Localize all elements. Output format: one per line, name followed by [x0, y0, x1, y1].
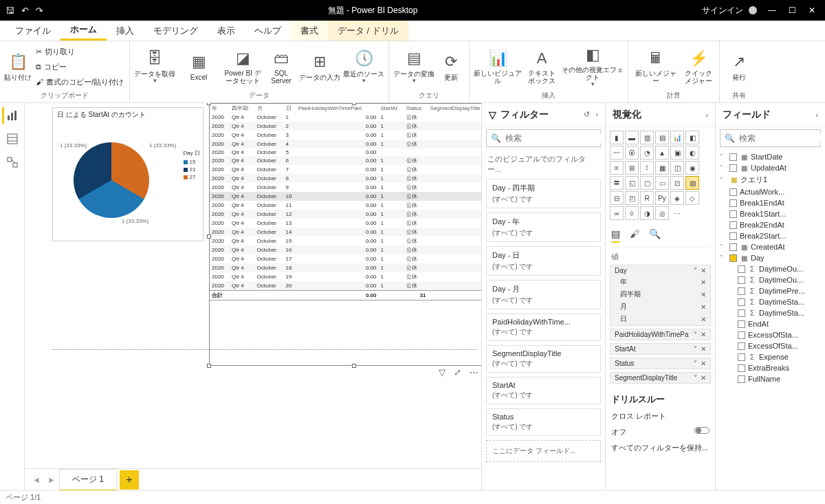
format-painter-button[interactable]: 🖌書式のコピー/貼り付け: [34, 75, 125, 89]
pbi-dataset-button[interactable]: ◪Power BI データセット: [222, 43, 263, 91]
field-checkbox[interactable]: [738, 287, 745, 295]
sql-button[interactable]: 🗃SQL Server: [266, 43, 296, 91]
visual-type-icon[interactable]: ◊: [625, 206, 639, 220]
tab-format[interactable]: 書式: [291, 21, 328, 41]
chevron-down-icon[interactable]: ˅: [694, 360, 697, 367]
visual-type-icon[interactable]: ◇: [685, 191, 699, 205]
visual-type-icon[interactable]: 📊: [670, 131, 684, 144]
field-item[interactable]: FullName: [720, 373, 821, 384]
field-checkbox[interactable]: [729, 188, 737, 196]
pie-visual[interactable]: 日 による StartAt のカウント 1 (33.33%) 1 (33.33%…: [52, 107, 204, 241]
table-row[interactable]: 2020Qtr 4October50.00: [210, 149, 481, 156]
remove-icon[interactable]: ✕: [701, 316, 706, 323]
excel-button[interactable]: ▦Excel: [178, 43, 219, 91]
new-visual-button[interactable]: 📊新しいビジュアル: [474, 43, 522, 91]
filter-drop-zone[interactable]: ここにデータ フィールド...: [486, 440, 601, 462]
field-item[interactable]: ΣDaytimeOu...: [720, 274, 821, 285]
more-icon[interactable]: ⋯: [470, 367, 478, 377]
table-row[interactable]: 2020Qtr 4October140.001公休: [210, 228, 481, 237]
visual-type-icon[interactable]: ⊞: [625, 161, 639, 175]
field-checkbox[interactable]: [729, 221, 737, 229]
visual-type-icon[interactable]: ◎: [655, 206, 669, 220]
table-row[interactable]: 2020Qtr 4October190.001公休: [210, 272, 481, 281]
cut-button[interactable]: ✂切り取り: [34, 45, 125, 58]
visual-type-icon[interactable]: ◈: [670, 191, 684, 205]
table-row[interactable]: 2020Qtr 4October20.001公休: [210, 122, 481, 131]
well-subfield[interactable]: 四半期✕: [610, 288, 710, 300]
chevron-down-icon[interactable]: ˅: [694, 267, 697, 274]
remove-icon[interactable]: ✕: [701, 278, 706, 286]
focus-icon[interactable]: ⤢: [454, 367, 461, 377]
report-view-icon[interactable]: [4, 107, 21, 124]
field-checkbox[interactable]: [729, 254, 737, 262]
visual-type-icon[interactable]: ⟟: [640, 161, 654, 175]
remove-icon[interactable]: ✕: [701, 345, 706, 353]
paste-button[interactable]: 📋 貼り付け: [4, 43, 32, 91]
visual-type-icon[interactable]: ≡: [610, 161, 624, 175]
table-row[interactable]: 2020Qtr 4October110.001公休: [210, 201, 481, 210]
table-row[interactable]: 2020Qtr 4October130.001公休: [210, 219, 481, 228]
table-row[interactable]: 2020Qtr 4October40.001公休: [210, 140, 481, 149]
remove-icon[interactable]: ✕: [701, 331, 706, 338]
signin-button[interactable]: サインイン: [702, 5, 757, 17]
chevron-down-icon[interactable]: ˅: [694, 345, 697, 353]
filter-icon[interactable]: ▽: [439, 367, 446, 377]
report-canvas[interactable]: 日 による StartAt のカウント 1 (33.33%) 1 (33.33%…: [25, 103, 481, 468]
field-checkbox[interactable]: [738, 342, 745, 350]
tab-modeling[interactable]: モデリング: [144, 21, 208, 41]
field-table[interactable]: ˅▦UpdatedAt: [720, 162, 821, 173]
tab-data-drill[interactable]: データ / ドリル: [328, 21, 408, 41]
visual-type-icon[interactable]: ⊟: [610, 191, 624, 205]
field-item[interactable]: Break2Start...: [720, 230, 821, 241]
visual-type-icon[interactable]: ◫: [670, 161, 684, 175]
field-checkbox[interactable]: [738, 320, 745, 328]
fields-search[interactable]: 🔍: [720, 129, 821, 147]
table-row[interactable]: 2020Qtr 4October120.001公休: [210, 210, 481, 219]
new-measure-button[interactable]: 🖩新しいメジャー: [632, 43, 679, 91]
table-visual[interactable]: 年四半期月日PaidHolidayWithTimePaidStartAtStat…: [209, 103, 481, 366]
visual-type-icon[interactable]: ⊡: [670, 176, 684, 190]
collapse-icon[interactable]: ›: [705, 111, 708, 119]
filter-card[interactable]: Day - 四半期(すべて) です: [486, 179, 601, 208]
toggle-icon[interactable]: [694, 427, 710, 434]
remove-icon[interactable]: ✕: [701, 291, 706, 298]
tab-view[interactable]: 表示: [208, 21, 245, 41]
field-item[interactable]: ˅▦CreatedAt: [720, 241, 821, 252]
minimize-icon[interactable]: —: [768, 6, 776, 15]
chevron-down-icon[interactable]: ˅: [694, 374, 697, 382]
visual-type-icon[interactable]: ▦: [655, 161, 669, 175]
table-row[interactable]: 2020Qtr 4October150.001公休: [210, 237, 481, 245]
resize-handle[interactable]: [352, 103, 356, 105]
visual-type-icon[interactable]: ◑: [640, 206, 654, 220]
get-data-button[interactable]: 🗄データを取得▾: [134, 43, 175, 91]
maximize-icon[interactable]: ☐: [789, 6, 796, 15]
field-item[interactable]: ExcessOfSta...: [720, 340, 821, 351]
refresh-button[interactable]: ⟳更新: [437, 43, 465, 91]
filters-search-input[interactable]: [505, 133, 605, 143]
visual-type-icon[interactable]: ▢: [640, 176, 654, 190]
chevron-down-icon[interactable]: ˅: [694, 331, 697, 338]
quick-measure-button[interactable]: ⚡クイック メジャー: [682, 43, 715, 91]
visual-type-icon[interactable]: ▭: [655, 176, 669, 190]
field-checkbox[interactable]: [738, 309, 745, 317]
visual-type-icon[interactable]: ∞: [610, 206, 624, 220]
resize-handle[interactable]: [352, 364, 356, 368]
field-checkbox[interactable]: [738, 265, 745, 273]
field-well-day[interactable]: Day˅✕ 年✕四半期✕月✕日✕: [610, 265, 711, 326]
collapse-icon[interactable]: ›: [815, 111, 818, 119]
filter-card[interactable]: PaidHolidayWithTime...(すべて) です: [486, 314, 601, 341]
table-row[interactable]: 2020Qtr 4October30.001公休: [210, 131, 481, 140]
resize-handle[interactable]: [207, 234, 211, 239]
visual-type-icon[interactable]: ▣: [670, 146, 684, 160]
remove-icon[interactable]: ✕: [701, 374, 706, 382]
field-checkbox[interactable]: [738, 364, 745, 372]
enter-data-button[interactable]: ⊞データの入力: [299, 43, 340, 91]
resize-handle[interactable]: [207, 103, 211, 105]
filter-card[interactable]: StartAt(すべて) です: [486, 377, 601, 404]
copy-button[interactable]: ⧉コピー: [34, 60, 125, 74]
textbox-button[interactable]: Aテキスト ボックス: [525, 43, 559, 91]
field-checkbox[interactable]: [738, 353, 745, 361]
visual-type-icon[interactable]: ◰: [625, 191, 639, 205]
reset-icon[interactable]: ↺: [584, 110, 590, 119]
field-item[interactable]: ΣDaytimePre...: [720, 285, 821, 296]
